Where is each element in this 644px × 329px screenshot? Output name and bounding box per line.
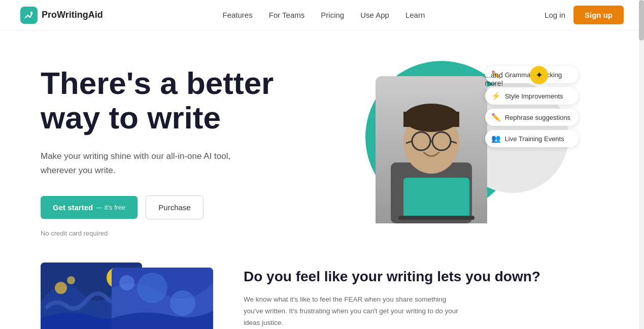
style-icon: ⚡ [491, 91, 501, 101]
more-label: ...and more! [485, 71, 513, 87]
hero-right: ...and more! ✦ ✏️ Grammar Checking ⚡ Sty… [335, 51, 579, 223]
nav-features[interactable]: Features [223, 11, 253, 19]
pill-training-label: Live Training Events [505, 135, 564, 143]
hero-title: There's a better way to write [41, 66, 335, 135]
nav-links: Features For Teams Pricing Use App Learn [223, 11, 425, 20]
second-image-block: My idea in my head [41, 262, 213, 329]
second-text-block: Do you feel like your writing lets you d… [244, 262, 603, 329]
hero-illustration: ...and more! ✦ ✏️ Grammar Checking ⚡ Sty… [335, 51, 579, 223]
login-button[interactable]: Log in [545, 11, 565, 19]
pill-rephrase-label: Rephrase suggestions [505, 114, 570, 121]
signup-button[interactable]: Sign up [573, 6, 624, 24]
painting-card-2 [112, 268, 213, 329]
training-icon: 👥 [491, 134, 501, 143]
svg-point-14 [55, 282, 67, 294]
svg-point-15 [67, 276, 75, 284]
second-description: We know what it's like to feel the FEAR … [244, 294, 467, 329]
second-section: My idea in my head Do you feel like your… [0, 252, 644, 329]
pill-style-label: Style Improvements [505, 92, 563, 100]
brand-link[interactable]: ProWritingAid [20, 7, 103, 24]
svg-rect-8 [403, 178, 469, 218]
nav-pricing[interactable]: Pricing [321, 11, 344, 19]
svg-point-17 [137, 273, 167, 303]
feature-pills: ...and more! ✦ ✏️ Grammar Checking ⚡ Sty… [485, 66, 579, 147]
svg-rect-11 [403, 112, 459, 127]
no-credit-text: No credit card required [41, 229, 335, 237]
rephrase-icon: ✏️ [491, 113, 501, 122]
pill-rephrase: ✏️ Rephrase suggestions [485, 109, 579, 126]
painting-inner-2 [112, 268, 213, 329]
scrollbar-thumb[interactable] [639, 0, 644, 41]
pill-training: 👥 Live Training Events [485, 130, 579, 147]
hero-section: There's a better way to write Make your … [0, 30, 644, 252]
brand-name: ProWritingAid [42, 10, 103, 20]
brand-logo-icon [20, 7, 38, 24]
navbar: ProWritingAid Features For Teams Pricing… [0, 0, 644, 30]
svg-rect-9 [398, 216, 474, 220]
pill-style: ⚡ Style Improvements [485, 87, 579, 105]
hero-left: There's a better way to write Make your … [41, 56, 335, 237]
nav-learn[interactable]: Learn [405, 11, 425, 19]
hero-buttons: Get started — it's free Purchase [41, 195, 335, 219]
svg-point-19 [119, 275, 134, 290]
get-started-button[interactable]: Get started — it's free [41, 196, 138, 219]
nav-actions: Log in Sign up [545, 6, 624, 24]
hero-subtitle: Make your writing shine with our all-in-… [41, 149, 264, 177]
svg-point-18 [170, 290, 195, 316]
purchase-button[interactable]: Purchase [146, 195, 203, 219]
second-title: Do you feel like your writing lets you d… [244, 268, 603, 286]
badge-star-icon: ✦ [530, 66, 548, 84]
nav-use-app[interactable]: Use App [360, 11, 389, 19]
person-image [376, 76, 487, 223]
nav-for-teams[interactable]: For Teams [269, 11, 305, 19]
svg-rect-0 [30, 12, 32, 14]
scrollbar-track[interactable] [639, 0, 644, 329]
